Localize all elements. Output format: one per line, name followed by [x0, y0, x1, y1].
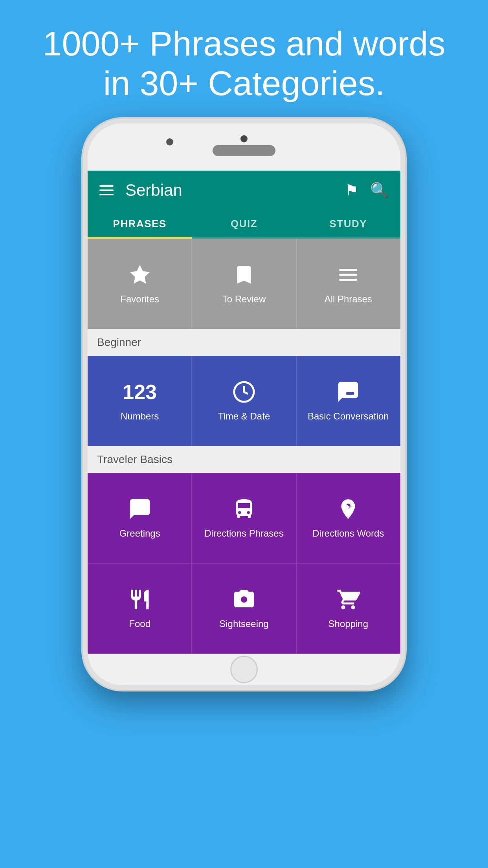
search-icon[interactable]: 🔍 [370, 182, 389, 199]
tile-greetings-label: Greetings [116, 528, 164, 539]
lines-icon [336, 263, 360, 287]
grid-row-beginner: 123 Numbers Time & Date [88, 356, 400, 446]
bookmark-icon [232, 263, 256, 287]
header-left: Serbian [99, 181, 182, 200]
tile-all-phrases-label: All Phrases [321, 294, 376, 305]
bus-icon [232, 497, 256, 521]
section-beginner: 123 Numbers Time & Date [88, 356, 400, 446]
numbers-icon: 123 [123, 380, 157, 404]
header-right: ⚑ 🔍 [345, 182, 389, 199]
app-screen: Serbian ⚑ 🔍 PHRASES QUIZ STUDY [88, 171, 400, 654]
tile-shopping-label: Shopping [325, 618, 372, 629]
section-traveler: Greetings Directions Phrases Dire [88, 473, 400, 563]
tile-to-review[interactable]: To Review [192, 239, 296, 329]
grid-row-more: Food Sightseeing Shopping [88, 563, 400, 654]
app-title: Serbian [125, 181, 182, 200]
tile-food-label: Food [125, 618, 154, 629]
phone-bottom [88, 654, 400, 685]
grid-row-traveler: Greetings Directions Phrases Dire [88, 473, 400, 563]
phone-frame: Serbian ⚑ 🔍 PHRASES QUIZ STUDY [83, 119, 405, 690]
tile-time-date[interactable]: Time & Date [192, 356, 296, 446]
tile-numbers-label: Numbers [117, 411, 163, 422]
tile-food[interactable]: Food [88, 563, 192, 654]
chat-icon [336, 380, 360, 404]
tile-basic-conversation[interactable]: Basic Conversation [296, 356, 400, 446]
speaker-icon [213, 145, 275, 156]
grid-row-top: Favorites To Review All Phrases [88, 239, 400, 329]
tab-study[interactable]: STUDY [296, 210, 400, 237]
hero-line1: 1000+ Phrases and words [43, 24, 446, 63]
phone-top-bar [88, 123, 400, 171]
tile-directions-words[interactable]: Directions Words [296, 473, 400, 563]
tile-greetings[interactable]: Greetings [88, 473, 192, 563]
app-header: Serbian ⚑ 🔍 [88, 171, 400, 210]
phone-wrapper: Serbian ⚑ 🔍 PHRASES QUIZ STUDY [0, 119, 488, 690]
tile-basic-conversation-label: Basic Conversation [304, 411, 393, 422]
tile-directions-phrases[interactable]: Directions Phrases [192, 473, 296, 563]
tab-phrases[interactable]: PHRASES [88, 210, 192, 237]
tile-sightseeing-label: Sightseeing [215, 618, 272, 629]
svg-rect-1 [346, 392, 354, 395]
tile-favorites[interactable]: Favorites [88, 239, 192, 329]
section-label-traveler: Traveler Basics [88, 446, 400, 473]
tile-all-phrases[interactable]: All Phrases [296, 239, 400, 329]
tile-time-date-label: Time & Date [214, 411, 274, 422]
menu-button[interactable] [99, 185, 114, 195]
hero-section: 1000+ Phrases and words in 30+ Categorie… [0, 0, 488, 119]
front-camera-icon [240, 135, 248, 142]
camera-icon [166, 138, 173, 145]
tile-favorites-label: Favorites [116, 294, 163, 305]
tab-bar: PHRASES QUIZ STUDY [88, 210, 400, 239]
tile-shopping[interactable]: Shopping [296, 563, 400, 654]
hero-line2: in 30+ Categories. [103, 64, 385, 103]
flag-icon[interactable]: ⚑ [345, 182, 358, 199]
home-button[interactable] [230, 656, 258, 683]
tile-numbers[interactable]: 123 Numbers [88, 356, 192, 446]
camera-icon [232, 588, 256, 611]
speech-icon [128, 497, 152, 521]
section-more: Food Sightseeing Shopping [88, 563, 400, 654]
clock-icon [232, 380, 256, 404]
tile-directions-words-label: Directions Words [308, 528, 388, 539]
tile-to-review-label: To Review [218, 294, 270, 305]
tab-quiz[interactable]: QUIZ [192, 210, 296, 237]
tile-directions-phrases-label: Directions Phrases [200, 528, 287, 539]
section-label-beginner: Beginner [88, 329, 400, 356]
tile-sightseeing[interactable]: Sightseeing [192, 563, 296, 654]
section-top: Favorites To Review All Phrases [88, 239, 400, 329]
fork-icon [128, 588, 152, 611]
star-icon [128, 263, 152, 287]
cart-icon [336, 588, 360, 611]
direction-icon [336, 497, 360, 521]
